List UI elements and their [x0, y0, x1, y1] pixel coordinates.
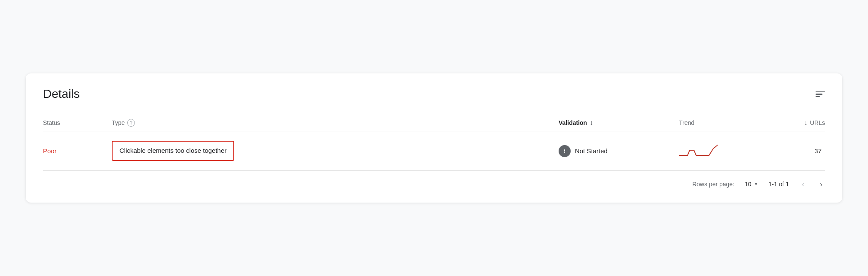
trend-sparkline [679, 143, 718, 159]
type-box: Clickable elements too close together [112, 141, 234, 161]
validation-sort-arrow[interactable]: ↓ [590, 119, 593, 127]
rows-per-page-control[interactable]: 10 ▼ [745, 181, 758, 188]
prev-page-button[interactable]: ‹ [799, 179, 807, 189]
urls-cell: 37 [773, 147, 825, 155]
page-info: 1-1 of 1 [769, 181, 789, 188]
table-footer: Rows per page: 10 ▼ 1-1 of 1 ‹ › [43, 171, 825, 191]
details-card: Details Status Type ? Validation ↓ Trend… [26, 73, 842, 203]
table-header: Status Type ? Validation ↓ Trend ↓ URLs [43, 115, 825, 131]
svg-rect-2 [564, 152, 565, 153]
col-header-status: Status [43, 119, 112, 126]
validation-cell: Not Started [559, 145, 679, 157]
validation-status-icon [559, 145, 571, 157]
exclamation-icon [561, 148, 568, 155]
rows-per-page-value: 10 [745, 181, 752, 188]
urls-sort-arrow: ↓ [804, 119, 807, 127]
filter-icon[interactable] [816, 91, 825, 97]
card-header: Details [43, 87, 825, 101]
validation-label: Not Started [575, 147, 608, 155]
table-row: Poor Clickable elements too close togeth… [43, 131, 825, 171]
col-header-urls[interactable]: ↓ URLs [773, 119, 825, 127]
col-header-type: Type ? [112, 119, 559, 127]
rows-per-page-label: Rows per page: [692, 181, 734, 188]
col-header-trend: Trend [679, 119, 773, 126]
status-cell: Poor [43, 147, 112, 155]
rows-dropdown-arrow[interactable]: ▼ [754, 182, 758, 186]
trend-cell [679, 143, 773, 159]
col-header-validation[interactable]: Validation ↓ [559, 119, 679, 127]
page-title: Details [43, 87, 80, 101]
type-cell: Clickable elements too close together [112, 141, 559, 161]
type-help-icon[interactable]: ? [127, 119, 135, 127]
table-container: Status Type ? Validation ↓ Trend ↓ URLs … [43, 115, 825, 171]
next-page-button[interactable]: › [817, 179, 825, 189]
svg-rect-1 [564, 149, 565, 152]
